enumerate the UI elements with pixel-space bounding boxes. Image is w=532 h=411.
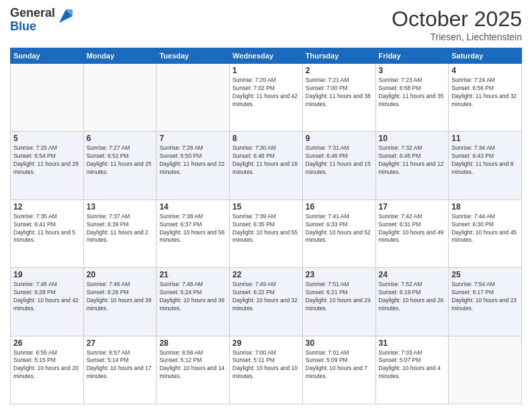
day-number: 16 [306,202,373,212]
table-row: 25Sunrise: 7:54 AMSunset: 6:17 PMDayligh… [449,268,522,336]
day-info: Sunrise: 7:49 AMSunset: 6:22 PMDaylight:… [232,281,300,313]
table-row: 14Sunrise: 7:38 AMSunset: 6:37 PMDayligh… [157,199,230,267]
table-row: 8Sunrise: 7:30 AMSunset: 6:48 PMDaylight… [230,132,303,199]
day-number: 20 [87,270,154,279]
table-row: 11Sunrise: 7:34 AMSunset: 6:43 PMDayligh… [449,132,522,199]
table-row: 15Sunrise: 7:39 AMSunset: 6:35 PMDayligh… [230,199,303,267]
table-row: 21Sunrise: 7:48 AMSunset: 6:24 PMDayligh… [157,268,230,336]
day-number: 27 [87,338,154,348]
day-number: 11 [451,134,519,143]
day-number: 6 [87,134,154,143]
table-row [11,64,84,132]
day-number: 1 [232,66,300,75]
day-info: Sunrise: 6:55 AMSunset: 5:15 PMDaylight:… [13,349,81,381]
day-number: 28 [159,338,226,348]
location: Triesen, Liechtenstein [392,32,522,42]
day-info: Sunrise: 7:44 AMSunset: 6:30 PMDaylight:… [451,213,519,245]
calendar-table: Sunday Monday Tuesday Wednesday Thursday… [10,48,522,404]
day-number: 7 [159,134,226,143]
day-number: 24 [379,270,446,279]
day-info: Sunrise: 7:20 AMSunset: 7:02 PMDaylight:… [232,77,300,109]
table-row [157,64,230,132]
day-number: 26 [13,338,81,348]
logo-blue: Blue [10,20,55,34]
month-title: October 2025 [392,7,522,32]
table-row: 7Sunrise: 7:28 AMSunset: 6:50 PMDaylight… [157,132,230,199]
table-row: 19Sunrise: 7:45 AMSunset: 6:28 PMDayligh… [11,268,84,336]
day-info: Sunrise: 6:57 AMSunset: 5:14 PMDaylight:… [87,349,154,381]
calendar-week-row: 5Sunrise: 7:25 AMSunset: 6:54 PMDaylight… [11,132,522,199]
day-number: 30 [306,338,373,348]
day-number: 22 [232,270,300,279]
table-row: 18Sunrise: 7:44 AMSunset: 6:30 PMDayligh… [449,199,522,267]
day-info: Sunrise: 7:51 AMSunset: 6:21 PMDaylight:… [306,281,373,313]
day-number: 13 [87,202,154,212]
table-row [449,336,522,404]
table-row: 24Sunrise: 7:52 AMSunset: 6:19 PMDayligh… [375,268,449,336]
day-info: Sunrise: 7:34 AMSunset: 6:43 PMDaylight:… [451,144,519,177]
col-tuesday: Tuesday [157,48,230,64]
day-info: Sunrise: 6:58 AMSunset: 5:12 PMDaylight:… [159,349,226,381]
col-monday: Monday [83,48,157,64]
logo: General Blue [10,7,75,34]
day-number: 29 [232,338,300,348]
col-sunday: Sunday [11,48,84,64]
table-row: 16Sunrise: 7:41 AMSunset: 6:33 PMDayligh… [302,199,375,267]
day-info: Sunrise: 7:39 AMSunset: 6:35 PMDaylight:… [232,213,300,245]
calendar-week-row: 1Sunrise: 7:20 AMSunset: 7:02 PMDaylight… [11,64,522,132]
day-info: Sunrise: 7:24 AMSunset: 6:56 PMDaylight:… [451,77,519,109]
table-row: 28Sunrise: 6:58 AMSunset: 5:12 PMDayligh… [157,336,230,404]
logo-icon [56,7,75,26]
day-number: 23 [306,270,373,279]
col-thursday: Thursday [302,48,375,64]
table-row: 10Sunrise: 7:32 AMSunset: 6:45 PMDayligh… [375,132,449,199]
page: General Blue October 2025 Triesen, Liech… [0,0,532,411]
table-row: 22Sunrise: 7:49 AMSunset: 6:22 PMDayligh… [230,268,303,336]
table-row: 29Sunrise: 7:00 AMSunset: 5:11 PMDayligh… [230,336,303,404]
day-info: Sunrise: 7:25 AMSunset: 6:54 PMDaylight:… [13,144,81,177]
day-info: Sunrise: 7:38 AMSunset: 6:37 PMDaylight:… [159,213,226,245]
day-info: Sunrise: 7:21 AMSunset: 7:00 PMDaylight:… [306,77,373,109]
day-number: 15 [232,202,300,212]
col-friday: Friday [375,48,449,64]
table-row: 13Sunrise: 7:37 AMSunset: 6:39 PMDayligh… [83,199,157,267]
day-info: Sunrise: 7:48 AMSunset: 6:24 PMDaylight:… [159,281,226,313]
day-number: 3 [379,66,446,75]
day-info: Sunrise: 7:23 AMSunset: 6:58 PMDaylight:… [379,77,446,109]
table-row: 6Sunrise: 7:27 AMSunset: 6:52 PMDaylight… [83,132,157,199]
day-info: Sunrise: 7:01 AMSunset: 5:09 PMDaylight:… [306,349,373,381]
day-info: Sunrise: 7:45 AMSunset: 6:28 PMDaylight:… [13,281,81,313]
day-info: Sunrise: 7:27 AMSunset: 6:52 PMDaylight:… [87,144,154,177]
table-row: 3Sunrise: 7:23 AMSunset: 6:58 PMDaylight… [375,64,449,132]
day-info: Sunrise: 7:46 AMSunset: 6:26 PMDaylight:… [87,281,154,313]
table-row: 20Sunrise: 7:46 AMSunset: 6:26 PMDayligh… [83,268,157,336]
day-info: Sunrise: 7:32 AMSunset: 6:45 PMDaylight:… [379,144,446,177]
calendar-header-row: Sunday Monday Tuesday Wednesday Thursday… [11,48,522,64]
table-row: 23Sunrise: 7:51 AMSunset: 6:21 PMDayligh… [302,268,375,336]
day-info: Sunrise: 7:52 AMSunset: 6:19 PMDaylight:… [379,281,446,313]
day-number: 12 [13,202,81,212]
logo-general: General [10,7,55,20]
title-area: October 2025 Triesen, Liechtenstein [392,7,522,42]
day-number: 9 [306,134,373,143]
day-number: 25 [451,270,519,279]
day-number: 4 [451,66,519,75]
day-info: Sunrise: 7:00 AMSunset: 5:11 PMDaylight:… [232,349,300,381]
col-saturday: Saturday [449,48,522,64]
day-number: 19 [13,270,81,279]
day-info: Sunrise: 7:31 AMSunset: 6:46 PMDaylight:… [306,144,373,177]
day-info: Sunrise: 7:42 AMSunset: 6:31 PMDaylight:… [379,213,446,245]
day-info: Sunrise: 7:28 AMSunset: 6:50 PMDaylight:… [159,144,226,177]
header: General Blue October 2025 Triesen, Liech… [10,7,522,42]
table-row: 9Sunrise: 7:31 AMSunset: 6:46 PMDaylight… [302,132,375,199]
day-number: 18 [451,202,519,212]
calendar-week-row: 26Sunrise: 6:55 AMSunset: 5:15 PMDayligh… [11,336,522,404]
day-number: 2 [306,66,373,75]
table-row [83,64,157,132]
day-number: 21 [159,270,226,279]
col-wednesday: Wednesday [230,48,303,64]
calendar-week-row: 19Sunrise: 7:45 AMSunset: 6:28 PMDayligh… [11,268,522,336]
day-number: 31 [379,338,446,348]
day-info: Sunrise: 7:37 AMSunset: 6:39 PMDaylight:… [87,213,154,245]
day-info: Sunrise: 7:54 AMSunset: 6:17 PMDaylight:… [451,281,519,313]
